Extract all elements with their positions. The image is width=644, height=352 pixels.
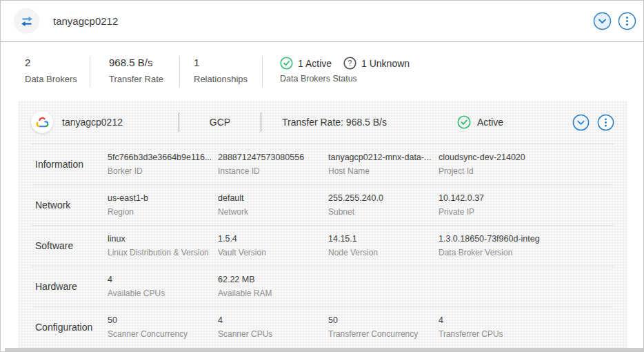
section-row-hardware: Hardware 4 Available CPUs 62.22 MB Avail… xyxy=(18,266,627,306)
section-label: Configuration xyxy=(35,322,108,333)
field-label: Host Name xyxy=(328,166,432,176)
field-cell: tanyagcp0212-mnx-data-... Host Name xyxy=(328,153,439,176)
broker-name: tanyagcp0212 xyxy=(62,117,123,128)
unknown-count: 1 Unknown xyxy=(361,58,410,69)
expand-chevron-button[interactable] xyxy=(593,12,612,30)
field-value: 255.255.240.0 xyxy=(328,193,432,203)
field-cell: 10.142.0.37 Private IP xyxy=(439,193,627,217)
field-label: Scanner Concurrency xyxy=(108,329,211,339)
field-value: 1.3.0.18650-73f960d-integ xyxy=(439,234,621,244)
broker-card-actions xyxy=(572,114,627,131)
field-cell: default Network xyxy=(218,193,328,217)
stat-brokers-status: 1 Active ? 1 Unknown Data Brokers Status xyxy=(263,57,410,100)
field-label: Transferrer Concurrency xyxy=(328,329,432,339)
section-row-software: Software linux Linux Distribution & Vers… xyxy=(18,226,627,266)
data-broker-card: tanyagcp0212 GCP Transfer Rate: 968.5 B/… xyxy=(18,101,627,348)
field-value: 62.22 MB xyxy=(218,275,321,284)
field-label: Available RAM xyxy=(218,289,321,298)
field-label: Project Id xyxy=(439,166,621,176)
section-row-information: Information 5fc766b3d3e3664b9e116... Bor… xyxy=(18,144,627,184)
field-label: Borker ID xyxy=(108,166,211,176)
status-line: 1 Active ? 1 Unknown xyxy=(280,57,410,70)
gcp-logo-icon xyxy=(31,111,53,133)
field-value: 50 xyxy=(328,315,432,325)
stat-value: 968.5 B/s xyxy=(109,57,179,68)
field-label: Vault Version xyxy=(218,248,321,257)
section-label: Hardware xyxy=(35,281,108,292)
broker-provider: GCP xyxy=(179,117,261,128)
field-value: 14.15.1 xyxy=(328,234,432,244)
page-title: tanyagcp0212 xyxy=(53,15,118,27)
field-cell: 1.5.4 Vault Version xyxy=(218,234,328,257)
broker-status: Active xyxy=(438,115,503,129)
field-cell: us-east1-b Region xyxy=(108,193,218,217)
field-label: Network xyxy=(218,207,321,217)
sync-icon xyxy=(14,8,39,34)
stats-strip: 2 Data Brokers 968.5 B/s Transfer Rate 1… xyxy=(1,42,643,100)
field-label: Available CPUs xyxy=(108,289,211,298)
check-circle-icon xyxy=(280,57,293,70)
stat-transfer-rate: 968.5 B/s Transfer Rate xyxy=(90,57,180,87)
field-cell: 14.15.1 Node Version xyxy=(328,234,439,257)
field-cell: cloudsync-dev-214020 Project Id xyxy=(439,153,627,176)
field-value: 4 xyxy=(108,275,211,284)
svg-text:?: ? xyxy=(348,59,352,67)
section-label: Software xyxy=(35,240,108,251)
broker-transfer-rate: Transfer Rate: 968.5 B/s xyxy=(261,117,438,128)
field-value: linux xyxy=(108,234,211,244)
stat-label: Relationships xyxy=(194,74,262,84)
kebab-menu-button[interactable] xyxy=(618,12,636,30)
section-label: Information xyxy=(35,159,108,170)
stat-value: 1 xyxy=(194,57,262,68)
field-label: Scanner CPUs xyxy=(218,329,321,339)
stat-label: Data Brokers xyxy=(25,74,90,84)
active-count: 1 Active xyxy=(298,58,332,69)
section-row-network: Network us-east1-b Region default Networ… xyxy=(18,185,627,225)
page-header-actions xyxy=(593,12,636,30)
stat-value: 2 xyxy=(25,57,90,68)
field-label: Private IP xyxy=(439,207,621,217)
field-value: 10.142.0.37 xyxy=(439,193,621,203)
collapse-chevron-button[interactable] xyxy=(572,114,590,131)
field-value: 4 xyxy=(218,315,321,325)
field-label: Transferrer CPUs xyxy=(439,329,621,339)
field-cell: linux Linux Distribution & Version xyxy=(108,234,218,257)
horizontal-scrollbar[interactable] xyxy=(5,348,643,351)
question-circle-icon: ? xyxy=(343,57,356,70)
broker-card-header: tanyagcp0212 GCP Transfer Rate: 968.5 B/… xyxy=(18,101,627,144)
field-label: Region xyxy=(108,207,211,217)
stat-relationships: 1 Relationships xyxy=(180,57,263,87)
field-cell: 4 Available CPUs xyxy=(108,275,218,298)
field-label: Data Broker Version xyxy=(439,248,621,257)
kebab-menu-button[interactable] xyxy=(597,114,614,131)
section-label: Network xyxy=(35,199,108,211)
section-row-configuration: Configuration 50 Scanner Concurrency 4 S… xyxy=(18,307,627,347)
stat-label: Transfer Rate xyxy=(109,74,179,84)
field-cell: 1.3.0.18650-73f960d-integ Data Broker Ve… xyxy=(439,234,627,257)
field-label: Subnet xyxy=(328,207,432,217)
field-cell: 288871247573080556 Instance ID xyxy=(218,153,328,176)
field-value: cloudsync-dev-214020 xyxy=(439,153,621,162)
field-value: default xyxy=(218,193,321,203)
field-cell: 50 Scanner Concurrency xyxy=(108,315,218,339)
field-cell: 4 Scanner CPUs xyxy=(218,315,328,339)
field-cell: 50 Transferrer Concurrency xyxy=(328,315,439,339)
field-value: us-east1-b xyxy=(108,193,211,203)
field-label: Instance ID xyxy=(218,166,321,176)
field-label: Linux Distribution & Version xyxy=(108,248,211,257)
broker-identity: tanyagcp0212 xyxy=(18,111,179,133)
page-header: tanyagcp0212 xyxy=(1,1,643,42)
field-value: 4 xyxy=(439,315,621,325)
check-circle-icon xyxy=(457,115,471,129)
field-value: 50 xyxy=(108,315,211,325)
field-value: 1.5.4 xyxy=(218,234,321,244)
broker-status-text: Active xyxy=(477,117,503,128)
field-label: Node Version xyxy=(328,248,432,257)
field-value: tanyagcp0212-mnx-data-... xyxy=(328,153,432,162)
field-value: 288871247573080556 xyxy=(218,153,321,162)
field-cell: 62.22 MB Available RAM xyxy=(218,275,328,298)
field-cell: 255.255.240.0 Subnet xyxy=(328,193,439,217)
field-cell: 5fc766b3d3e3664b9e116... Borker ID xyxy=(108,153,218,176)
field-cell: 4 Transferrer CPUs xyxy=(439,315,627,339)
stat-data-brokers: 2 Data Brokers xyxy=(1,57,90,87)
